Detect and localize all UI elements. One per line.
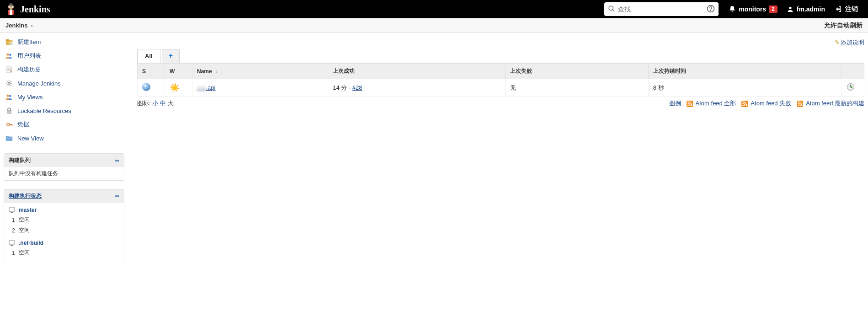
task-label: Manage Jenkins — [17, 80, 61, 87]
breadcrumb-bar: Jenkins ▸ 允许自动刷新 — [0, 18, 868, 33]
icon-size-small[interactable]: 小 — [152, 100, 158, 107]
svg-rect-26 — [11, 245, 13, 246]
rss-icon — [741, 101, 748, 107]
build-now-icon[interactable] — [846, 82, 855, 92]
executor-slot: 2 空闲 — [9, 225, 119, 236]
tab-all[interactable]: All — [137, 49, 160, 63]
job-last-success-cell: 14 分 - #28 — [328, 79, 505, 97]
slot-num: 1 — [9, 217, 15, 223]
task-my-views[interactable]: My Views — [4, 90, 124, 104]
executor-status-body: master 1 空闲 2 空闲 .net-build 1 空闲 — [4, 203, 124, 261]
bell-icon — [729, 5, 736, 13]
jenkins-logo[interactable]: Jenkins — [5, 3, 50, 16]
auto-refresh-toggle[interactable]: 允许自动刷新 — [824, 22, 863, 30]
build-queue-pane: 构建队列 队列中没有构建任务 — [4, 153, 124, 181]
collapse-icon[interactable] — [115, 160, 119, 162]
icon-size-medium[interactable]: 中 — [160, 100, 166, 107]
tab-add-view[interactable]: + — [162, 49, 180, 63]
collapse-icon[interactable] — [115, 195, 119, 197]
monitors-label: monitors — [739, 5, 766, 13]
svg-rect-6 — [10, 10, 12, 15]
node-name: master — [19, 207, 37, 213]
executor-status-title[interactable]: 构建执行状态 — [9, 192, 42, 200]
task-manage-jenkins[interactable]: Manage Jenkins — [4, 76, 124, 90]
page-actions: ✎添加说明 — [137, 37, 864, 48]
svg-point-16 — [9, 54, 11, 56]
task-credentials[interactable]: 凭据 — [4, 118, 124, 131]
feed-item: Atom feed 失败 — [741, 99, 791, 108]
task-label: My Views — [17, 94, 43, 101]
executor-node[interactable]: master — [9, 205, 119, 215]
legend-link[interactable]: 图例 — [669, 99, 681, 108]
job-name-cell[interactable]: xxx.api — [192, 79, 328, 97]
people-icon — [5, 51, 14, 60]
node-name: .net-build — [19, 240, 43, 246]
executor-slot: 1 空闲 — [9, 215, 119, 225]
monitors-link[interactable]: monitors 2 — [724, 5, 782, 13]
status-ball-notbuilt-icon — [142, 83, 150, 91]
build-queue-body: 队列中没有构建任务 — [4, 167, 124, 180]
svg-point-18 — [8, 82, 11, 85]
task-label: 凭据 — [17, 120, 29, 129]
feed-all-link[interactable]: Atom feed 全部 — [696, 100, 736, 107]
col-status[interactable]: S — [138, 64, 165, 79]
help-icon[interactable] — [707, 5, 715, 14]
col-last-success[interactable]: 上次成功 — [328, 64, 505, 79]
task-people[interactable]: 用户列表 — [4, 49, 124, 63]
monitors-badge: 2 — [769, 5, 777, 13]
executor-status-header: 构建执行状态 — [4, 189, 124, 203]
search-box[interactable] — [604, 2, 719, 16]
lock-icon — [5, 106, 14, 115]
task-lockable-resources[interactable]: Lockable Resources — [4, 104, 124, 118]
executor-node[interactable]: .net-build — [9, 238, 119, 248]
slot-state: 空闲 — [19, 226, 30, 234]
header-bar: Jenkins monitors 2 fm.admin 注销 — [0, 0, 868, 18]
add-description-link[interactable]: 添加说明 — [841, 39, 864, 46]
col-name[interactable]: Name ↓ — [192, 64, 328, 79]
svg-rect-13 — [6, 39, 9, 41]
svg-point-31 — [742, 105, 744, 106]
logout-label: 注销 — [845, 5, 858, 13]
build-queue-header: 构建队列 — [4, 154, 124, 167]
svg-point-11 — [789, 7, 791, 9]
weather-sunny-icon: ☀️ — [170, 83, 180, 92]
last-success-build-link[interactable]: #28 — [352, 84, 362, 91]
computer-icon — [9, 240, 15, 246]
jenkins-icon — [5, 3, 16, 16]
col-last-failure[interactable]: 上次失败 — [505, 64, 648, 79]
new-item-icon — [5, 38, 14, 47]
sort-down-icon: ↓ — [214, 69, 218, 74]
svg-point-33 — [798, 105, 799, 106]
feed-item: Atom feed 最新的构建 — [797, 99, 864, 108]
svg-point-22 — [7, 123, 10, 126]
feed-item: Atom feed 全部 — [687, 99, 736, 108]
feed-links: 图例 Atom feed 全部 Atom feed 失败 Atom feed 最… — [669, 99, 864, 108]
col-weather[interactable]: W — [165, 64, 192, 79]
gear-icon — [5, 79, 14, 88]
slot-state: 空闲 — [19, 249, 30, 257]
svg-rect-23 — [9, 208, 15, 211]
icon-size-selector: 图标: 小 中 大 — [137, 99, 174, 108]
build-queue-empty: 队列中没有构建任务 — [9, 170, 58, 177]
breadcrumb-root[interactable]: Jenkins — [5, 22, 27, 29]
task-label: 构建历史 — [17, 65, 41, 74]
header-title: Jenkins — [20, 4, 50, 15]
task-new-item[interactable]: 新建Item — [4, 35, 124, 49]
feed-fail-link[interactable]: Atom feed 失败 — [751, 100, 791, 107]
task-build-history[interactable]: 构建历史 — [4, 63, 124, 76]
folder-icon — [5, 134, 14, 143]
col-last-duration[interactable]: 上次持续时间 — [648, 64, 841, 79]
user-link[interactable]: fm.admin — [782, 5, 830, 13]
task-new-view[interactable]: New View — [4, 131, 124, 145]
job-name-link[interactable]: xxx.api — [197, 84, 215, 91]
job-last-failure-cell: 无 — [505, 79, 648, 97]
svg-point-19 — [6, 94, 9, 97]
side-panel: 新建Item 用户列表 构建历史 Manage Jenkins My Views… — [0, 33, 128, 265]
feed-latest-link[interactable]: Atom feed 最新的构建 — [806, 100, 864, 107]
search-input[interactable] — [618, 2, 707, 16]
svg-point-15 — [6, 53, 9, 55]
user-icon — [787, 5, 794, 13]
logout-link[interactable]: 注销 — [830, 5, 863, 13]
executor-status-pane: 构建执行状态 master 1 空闲 2 空闲 .net-bui — [4, 189, 124, 261]
task-label: 用户列表 — [17, 52, 41, 60]
